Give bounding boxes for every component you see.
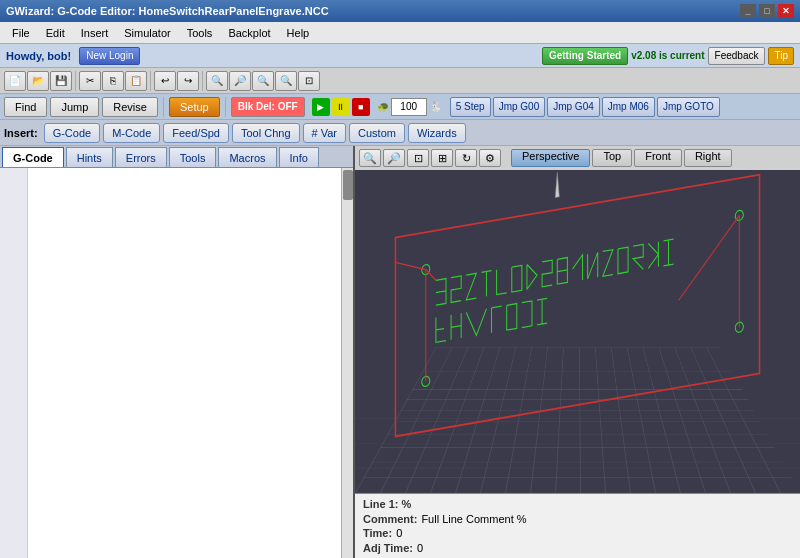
howdy-text: Howdy, bob! — [6, 50, 71, 62]
tab-macros[interactable]: Macros — [218, 147, 276, 167]
menu-simulator[interactable]: Simulator — [116, 25, 178, 41]
line-info-row: Line 1: % — [363, 498, 577, 511]
step-button[interactable]: 5 Step — [450, 97, 491, 117]
save-file-icon[interactable]: 💾 — [50, 71, 72, 91]
rotate-view-button[interactable]: ↻ — [455, 149, 477, 167]
comment-label: Comment: — [363, 513, 417, 526]
speed-input[interactable] — [391, 98, 427, 116]
svg-line-11 — [679, 215, 740, 300]
zoom-out-view-button[interactable]: 🔎 — [383, 149, 405, 167]
open-file-icon[interactable]: 📂 — [27, 71, 49, 91]
insert-mcode-button[interactable]: M-Code — [103, 123, 160, 143]
right-panel: 🔍 🔎 ⊡ ⊞ ↻ ⚙ Perspective Top Front Right — [355, 146, 800, 558]
svg-line-10 — [426, 268, 436, 282]
minimize-button[interactable]: _ — [740, 4, 756, 18]
undo-icon[interactable]: ↩ — [154, 71, 176, 91]
jmp-g04-button[interactable]: Jmp G04 — [547, 97, 600, 117]
toolbar2: Find Jump Revise Setup Blk Del: OFF ▶ ⏸ … — [0, 94, 800, 120]
titlebar-controls: _ □ ✕ — [740, 4, 794, 18]
view-front[interactable]: Front — [634, 149, 682, 167]
sep3 — [202, 71, 203, 91]
play-button[interactable]: ▶ — [312, 98, 330, 116]
sep2 — [150, 71, 151, 91]
menu-edit[interactable]: Edit — [38, 25, 73, 41]
speed-control: 🐢 🐇 — [377, 98, 441, 116]
zoom-in-icon[interactable]: 🔍 — [206, 71, 228, 91]
getting-started-button[interactable]: Getting Started — [542, 47, 628, 65]
view-options-button[interactable]: ⚙ — [479, 149, 501, 167]
jump-button[interactable]: Jump — [50, 97, 99, 117]
insert-gcode-button[interactable]: G-Code — [44, 123, 101, 143]
comment-value: Full Line Comment % — [421, 513, 526, 526]
tab-gcode[interactable]: G-Code — [2, 147, 64, 167]
insert-wizards-button[interactable]: Wizards — [408, 123, 466, 143]
menu-help[interactable]: Help — [279, 25, 318, 41]
view-top[interactable]: Top — [592, 149, 632, 167]
sep-t2 — [163, 97, 164, 117]
tab-tools[interactable]: Tools — [169, 147, 217, 167]
view-perspective[interactable]: Perspective — [511, 149, 590, 167]
find-button[interactable]: Find — [4, 97, 47, 117]
maximize-button[interactable]: □ — [759, 4, 775, 18]
blk-del-button[interactable]: Blk Del: OFF — [231, 97, 305, 117]
zoom-sel-view-button[interactable]: ⊞ — [431, 149, 453, 167]
code-tabs: G-Code Hints Errors Tools Macros Info — [0, 146, 353, 168]
jump-buttons: 5 Step Jmp G00 Jmp G04 Jmp M06 Jmp GOTO — [450, 97, 720, 117]
adj-time-value: 0 — [417, 542, 423, 555]
blk-controls: Getting Started v2.08 is current Feedbac… — [542, 47, 794, 65]
setup-button[interactable]: Setup — [169, 97, 220, 117]
menu-insert[interactable]: Insert — [73, 25, 117, 41]
zoom-in-view-button[interactable]: 🔍 — [359, 149, 381, 167]
revise-button[interactable]: Revise — [102, 97, 158, 117]
title-text: GWizard: G-Code Editor: HomeSwitchRearPa… — [6, 5, 329, 17]
svg-line-9 — [395, 257, 425, 275]
3d-viewport[interactable] — [355, 170, 800, 493]
insert-custom-button[interactable]: Custom — [349, 123, 405, 143]
code-content[interactable] — [28, 168, 341, 558]
sep1 — [75, 71, 76, 91]
zoom-out-icon[interactable]: 🔎 — [229, 71, 251, 91]
left-panel: G-Code Hints Errors Tools Macros Info — [0, 146, 355, 558]
menu-backplot[interactable]: Backplot — [220, 25, 278, 41]
speed-icon2: 🐇 — [429, 101, 441, 112]
insert-label: Insert: — [4, 127, 38, 139]
redo-icon[interactable]: ↪ — [177, 71, 199, 91]
cut-icon[interactable]: ✂ — [79, 71, 101, 91]
search-icon[interactable]: 🔍 — [252, 71, 274, 91]
line-numbers — [0, 168, 28, 558]
menu-tools[interactable]: Tools — [179, 25, 221, 41]
insert-feedspd-button[interactable]: Feed/Spd — [163, 123, 229, 143]
tip-button[interactable]: Tip — [768, 47, 794, 65]
new-file-icon[interactable]: 📄 — [4, 71, 26, 91]
code-editor[interactable] — [0, 168, 353, 558]
code-scrollbar[interactable] — [341, 168, 353, 558]
jmp-goto-button[interactable]: Jmp GOTO — [657, 97, 720, 117]
jmp-m06-button[interactable]: Jmp M06 — [602, 97, 655, 117]
sep-t2b — [225, 97, 226, 117]
tab-errors[interactable]: Errors — [115, 147, 167, 167]
view-tabs: 🔍 🔎 ⊡ ⊞ ↻ ⚙ Perspective Top Front Right — [355, 146, 800, 170]
copy-icon[interactable]: ⎘ — [102, 71, 124, 91]
howdy-bar: Howdy, bob! New Login Getting Started v2… — [0, 44, 800, 68]
view-right[interactable]: Right — [684, 149, 732, 167]
adj-time-row: Adj Time: 0 — [363, 542, 577, 555]
insert-var-button[interactable]: # Var — [303, 123, 346, 143]
feedback-button[interactable]: Feedback — [708, 47, 766, 65]
paste-icon[interactable]: 📋 — [125, 71, 147, 91]
adj-time-label: Adj Time: — [363, 542, 413, 555]
icon-toolbar: 📄 📂 💾 ✂ ⎘ 📋 ↩ ↪ 🔍 🔎 🔍 🔍 ⊡ — [0, 68, 800, 94]
svg-rect-4 — [395, 175, 759, 437]
pause-button[interactable]: ⏸ — [332, 98, 350, 116]
stop-button[interactable]: ■ — [352, 98, 370, 116]
close-button[interactable]: ✕ — [778, 4, 794, 18]
menu-file[interactable]: File — [4, 25, 38, 41]
zoom-fit-view-button[interactable]: ⊡ — [407, 149, 429, 167]
time-value: 0 — [396, 527, 402, 540]
search2-icon[interactable]: 🔍 — [275, 71, 297, 91]
new-login-button[interactable]: New Login — [79, 47, 140, 65]
zoom-fit-icon[interactable]: ⊡ — [298, 71, 320, 91]
tab-hints[interactable]: Hints — [66, 147, 113, 167]
jmp-g00-button[interactable]: Jmp G00 — [493, 97, 546, 117]
insert-toolchng-button[interactable]: Tool Chng — [232, 123, 300, 143]
tab-info[interactable]: Info — [279, 147, 319, 167]
